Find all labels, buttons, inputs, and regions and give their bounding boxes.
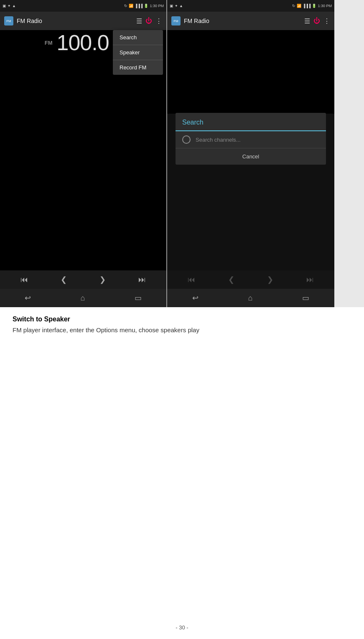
right-battery-icon: 🔋 xyxy=(312,4,316,8)
right-wifi-signal-icon: 📶 xyxy=(297,4,301,8)
right-power-icon[interactable]: ⏻ xyxy=(313,17,320,25)
left-status-bar: ▣ ✦ ▲ ↻ 📶 ▐▐▐ 🔋 1:30 PM xyxy=(0,0,166,12)
screenshots-row: ▣ ✦ ▲ ↻ 📶 ▐▐▐ 🔋 1:30 PM FM FM Radio ☰ ⏻ xyxy=(0,0,364,307)
right-player-controls: ⏮ ❮ ❯ ⏭ xyxy=(167,270,334,289)
time-display: 1:30 PM xyxy=(150,4,164,8)
right-nav-bar: ↩ ⌂ ▭ xyxy=(167,289,334,307)
list-menu-icon[interactable]: ☰ xyxy=(136,17,142,25)
status-bar-left-icons: ▣ ✦ ▲ xyxy=(3,4,16,8)
wifi-signal-icon: 📶 xyxy=(129,4,133,8)
more-options-icon[interactable]: ⋮ xyxy=(155,17,162,25)
next-track-icon[interactable]: ⏭ xyxy=(138,275,146,284)
right-back-nav-icon[interactable]: ↩ xyxy=(192,293,199,303)
prev-track-icon[interactable]: ⏮ xyxy=(20,275,28,284)
wifi-icon: ▲ xyxy=(12,4,16,8)
right-next-track-icon[interactable]: ⏭ xyxy=(306,275,314,284)
phone-left: ▣ ✦ ▲ ↻ 📶 ▐▐▐ 🔋 1:30 PM FM FM Radio ☰ ⏻ xyxy=(0,0,167,307)
refresh-icon: ↻ xyxy=(124,4,127,8)
fm-frequency-area: FM 100.0 ★ MHz xyxy=(45,30,122,55)
sim-icon: ▣ xyxy=(3,4,6,8)
right-prev-track-icon[interactable]: ⏮ xyxy=(188,275,195,284)
right-step-forward-icon[interactable]: ❯ xyxy=(267,275,273,284)
power-icon[interactable]: ⏻ xyxy=(145,17,152,25)
right-app-bar: FM FM Radio ☰ ⏻ ⋮ xyxy=(167,12,334,30)
back-nav-icon[interactable]: ↩ xyxy=(25,293,31,303)
recents-nav-icon[interactable]: ▭ xyxy=(135,293,142,303)
left-app-title: FM Radio xyxy=(17,18,133,24)
fm-frequency: 100.0 xyxy=(57,30,109,55)
phone-right: ▣ ✦ ▲ ↻ 📶 ▐▐▐ 🔋 1:30 PM FM FM Radio ☰ ⏻ xyxy=(167,0,334,307)
home-nav-icon[interactable]: ⌂ xyxy=(81,294,85,303)
right-refresh-icon: ↻ xyxy=(292,4,295,8)
right-sim-icon: ▣ xyxy=(170,4,173,8)
right-bluetooth-icon: ✦ xyxy=(175,4,178,8)
status-bar-right-icons: ↻ 📶 ▐▐▐ 🔋 1:30 PM xyxy=(124,4,164,8)
signal-bars-icon: ▐▐▐ xyxy=(135,4,143,8)
right-status-bar: ▣ ✦ ▲ ↻ 📶 ▐▐▐ 🔋 1:30 PM xyxy=(167,0,334,12)
content-text: Switch to Speaker FM player interface, e… xyxy=(0,307,364,352)
right-step-back-icon[interactable]: ❮ xyxy=(228,275,234,284)
battery-icon: 🔋 xyxy=(144,4,148,8)
right-signal-bars-icon: ▐▐▐ xyxy=(303,4,311,8)
dropdown-speaker-item[interactable]: Speaker xyxy=(113,45,163,60)
fm-radio-app-icon: FM xyxy=(4,16,13,25)
right-fm-dark-area xyxy=(167,30,334,114)
dropdown-search-item[interactable]: Search xyxy=(113,30,163,45)
right-status-bar-left: ▣ ✦ ▲ xyxy=(170,4,183,8)
section-desc: FM player interface, enter the Options m… xyxy=(13,326,351,335)
search-channels-placeholder[interactable]: Search channels... xyxy=(196,137,241,143)
bluetooth-icon: ✦ xyxy=(8,4,11,8)
left-dropdown-menu: Search Speaker Record FM xyxy=(113,30,163,75)
right-wifi-icon: ▲ xyxy=(179,4,183,8)
right-app-title: FM Radio xyxy=(184,18,301,24)
search-radio-circle xyxy=(182,135,191,144)
page-number: - 30 - xyxy=(176,624,188,631)
left-app-bar: FM FM Radio ☰ ⏻ ⋮ xyxy=(0,12,166,30)
right-recents-nav-icon[interactable]: ▭ xyxy=(302,293,309,303)
step-forward-icon[interactable]: ❯ xyxy=(99,275,106,284)
page-container: ▣ ✦ ▲ ↻ 📶 ▐▐▐ 🔋 1:30 PM FM FM Radio ☰ ⏻ xyxy=(0,0,364,639)
search-cancel-button[interactable]: Cancel xyxy=(176,148,326,165)
right-more-options-icon[interactable]: ⋮ xyxy=(323,17,330,25)
left-nav-bar: ↩ ⌂ ▭ xyxy=(0,289,166,307)
right-fm-radio-app-icon: FM xyxy=(171,16,181,25)
gap-area xyxy=(334,0,364,307)
search-dialog-title: Search xyxy=(176,113,326,131)
section-title: Switch to Speaker xyxy=(13,316,351,323)
search-dialog: Search Search channels... Cancel xyxy=(176,113,326,165)
right-home-nav-icon[interactable]: ⌂ xyxy=(248,294,253,303)
right-list-menu-icon[interactable]: ☰ xyxy=(304,17,310,25)
fm-label: FM xyxy=(45,40,53,46)
search-dialog-input-row[interactable]: Search channels... xyxy=(176,131,326,148)
right-time-display: 1:30 PM xyxy=(318,4,332,8)
dropdown-record-fm-item[interactable]: Record FM xyxy=(113,60,163,75)
right-status-bar-right: ↻ 📶 ▐▐▐ 🔋 1:30 PM xyxy=(292,4,332,8)
step-back-icon[interactable]: ❮ xyxy=(61,275,67,284)
left-player-controls: ⏮ ❮ ❯ ⏭ xyxy=(0,270,166,289)
